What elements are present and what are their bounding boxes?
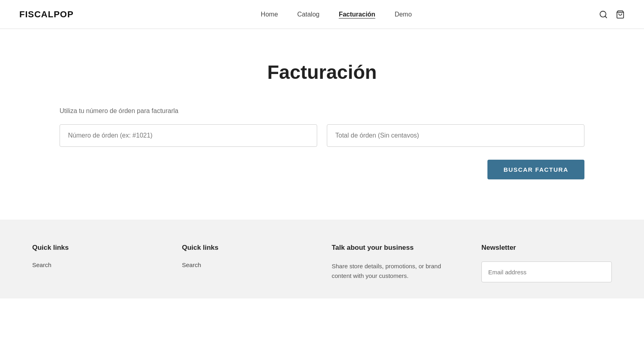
footer-col-2-title: Quick links bbox=[182, 244, 312, 252]
header-icons bbox=[599, 10, 625, 19]
cart-button[interactable] bbox=[616, 10, 625, 19]
orden-number-input[interactable] bbox=[60, 124, 317, 147]
nav-home[interactable]: Home bbox=[261, 11, 278, 18]
footer-col-1-title: Quick links bbox=[32, 244, 163, 252]
nav-demo[interactable]: Demo bbox=[394, 11, 412, 18]
site-header: FISCALPOP Home Catalog Facturación Demo bbox=[0, 0, 644, 29]
footer-col-3-title: Talk about your business bbox=[332, 244, 462, 252]
search-button[interactable] bbox=[599, 10, 608, 19]
footer-col-2: Quick links Search bbox=[182, 244, 312, 282]
footer-grid: Quick links Search Quick links Search Ta… bbox=[32, 244, 612, 282]
cart-icon bbox=[616, 10, 625, 19]
footer-col-3: Talk about your business Share store det… bbox=[332, 244, 462, 282]
form-inputs-row bbox=[60, 124, 584, 147]
orden-total-input[interactable] bbox=[327, 124, 584, 147]
footer-col-3-body: Share store details, promotions, or bran… bbox=[332, 261, 462, 281]
footer-col-4: Newsletter bbox=[481, 244, 612, 282]
buscar-factura-button[interactable]: BUSCAR FACTURA bbox=[487, 160, 584, 179]
nav-facturacion[interactable]: Facturación bbox=[339, 11, 376, 18]
nav-catalog[interactable]: Catalog bbox=[297, 11, 320, 18]
form-description: Utiliza tu número de órden para facturar… bbox=[60, 107, 584, 115]
svg-line-1 bbox=[605, 16, 607, 18]
logo: FISCALPOP bbox=[19, 9, 74, 20]
site-footer: Quick links Search Quick links Search Ta… bbox=[0, 220, 644, 298]
page-title: Facturación bbox=[60, 61, 584, 83]
main-content: Facturación Utiliza tu número de órden p… bbox=[40, 29, 604, 220]
search-icon bbox=[599, 10, 608, 19]
newsletter-email-input[interactable] bbox=[481, 261, 612, 282]
footer-col-1-search-link[interactable]: Search bbox=[32, 261, 163, 268]
footer-col-2-search-link[interactable]: Search bbox=[182, 261, 312, 268]
form-actions: BUSCAR FACTURA bbox=[60, 160, 584, 179]
main-nav: Home Catalog Facturación Demo bbox=[261, 11, 412, 18]
footer-col-1: Quick links Search bbox=[32, 244, 163, 282]
footer-col-4-title: Newsletter bbox=[481, 244, 612, 252]
